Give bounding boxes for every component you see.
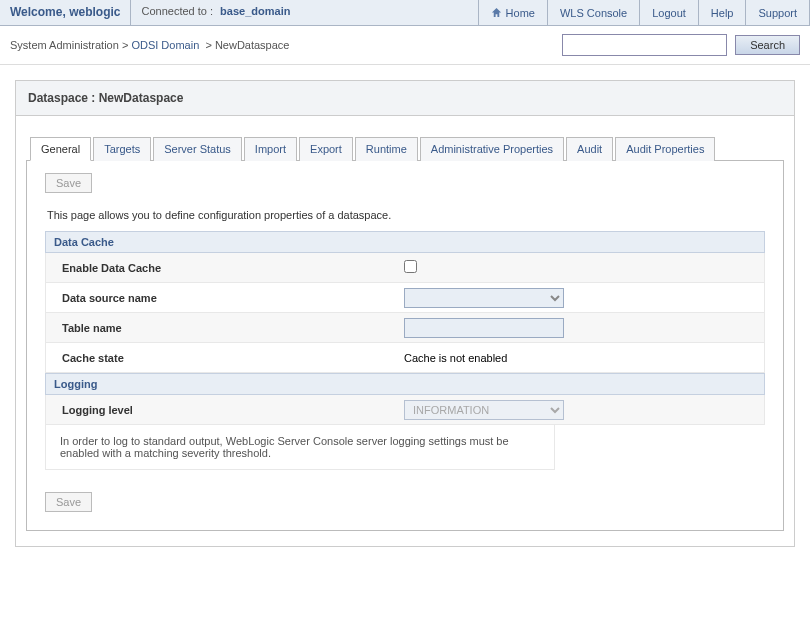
panel-title: Dataspace : NewDataspace xyxy=(16,81,794,116)
nav-wls-console[interactable]: WLS Console xyxy=(548,0,640,25)
breadcrumb: System Administration > ODSI Domain > Ne… xyxy=(10,39,289,51)
row-enable-data-cache: Enable Data Cache xyxy=(45,253,765,283)
table-name-input[interactable] xyxy=(404,318,564,338)
save-button-bottom[interactable]: Save xyxy=(45,492,92,512)
page-description: This page allows you to define configura… xyxy=(47,209,765,221)
tab-content-general: Save This page allows you to define conf… xyxy=(26,161,784,531)
tab-runtime[interactable]: Runtime xyxy=(355,137,418,161)
nav-help[interactable]: Help xyxy=(699,0,747,25)
connected-domain: base_domain xyxy=(220,5,290,17)
row-table-name: Table name xyxy=(45,313,765,343)
tab-targets[interactable]: Targets xyxy=(93,137,151,161)
top-bar: Welcome, weblogic Connected to : base_do… xyxy=(0,0,810,26)
top-nav: Home WLS Console Logout Help Support xyxy=(479,0,810,25)
logging-level-select[interactable]: INFORMATION xyxy=(404,400,564,420)
save-button-top[interactable]: Save xyxy=(45,173,92,193)
dataspace-panel: Dataspace : NewDataspace General Targets… xyxy=(15,80,795,547)
tab-export[interactable]: Export xyxy=(299,137,353,161)
tab-server-status[interactable]: Server Status xyxy=(153,137,242,161)
nav-support[interactable]: Support xyxy=(746,0,810,25)
nav-home[interactable]: Home xyxy=(479,0,548,25)
row-logging-level: Logging level INFORMATION xyxy=(45,395,765,425)
breadcrumb-current: NewDataspace xyxy=(215,39,290,51)
section-data-cache: Data Cache xyxy=(45,231,765,253)
tab-audit[interactable]: Audit xyxy=(566,137,613,161)
tab-admin-props[interactable]: Administrative Properties xyxy=(420,137,564,161)
connected-label: Connected to : base_domain xyxy=(131,0,478,25)
home-icon xyxy=(491,7,502,18)
enable-data-cache-checkbox[interactable] xyxy=(404,260,417,273)
data-source-name-select[interactable] xyxy=(404,288,564,308)
section-logging: Logging xyxy=(45,373,765,395)
cache-state-value: Cache is not enabled xyxy=(404,352,756,364)
search-button[interactable]: Search xyxy=(735,35,800,55)
logging-note: In order to log to standard output, WebL… xyxy=(45,425,555,470)
tab-import[interactable]: Import xyxy=(244,137,297,161)
search-area: Search xyxy=(562,34,800,56)
nav-logout[interactable]: Logout xyxy=(640,0,699,25)
tab-general[interactable]: General xyxy=(30,137,91,161)
search-input[interactable] xyxy=(562,34,727,56)
welcome-label: Welcome, weblogic xyxy=(0,0,131,25)
tab-audit-props[interactable]: Audit Properties xyxy=(615,137,715,161)
breadcrumb-odsi[interactable]: ODSI Domain xyxy=(131,39,199,51)
sub-bar: System Administration > ODSI Domain > Ne… xyxy=(0,26,810,65)
row-data-source-name: Data source name xyxy=(45,283,765,313)
row-cache-state: Cache state Cache is not enabled xyxy=(45,343,765,373)
tab-bar: General Targets Server Status Import Exp… xyxy=(26,136,784,161)
